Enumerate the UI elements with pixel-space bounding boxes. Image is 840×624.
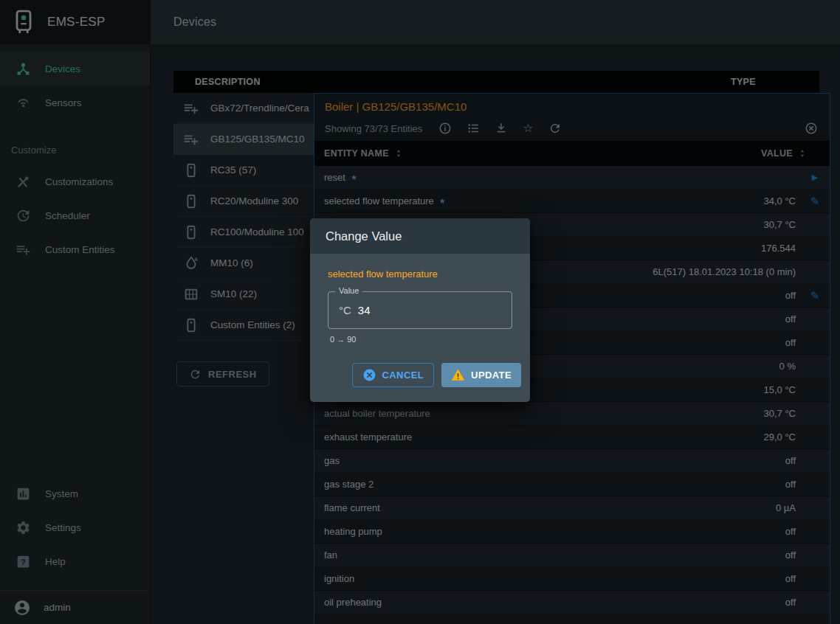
value-field: Value °C [328, 291, 512, 329]
cancel-label: CANCEL [382, 370, 424, 381]
dialog-actions: CANCEL UPDATE [328, 363, 521, 387]
cancel-circle-icon [362, 368, 376, 382]
unit-prefix: °C [339, 304, 351, 316]
value-field-label: Value [335, 286, 362, 295]
app-window: EMS-ESP Devices Devices Sensors Customiz… [0, 0, 840, 624]
change-value-dialog: Change Value selected flow temperature V… [310, 218, 530, 402]
dialog-title: Change Value [310, 218, 530, 254]
update-button[interactable]: UPDATE [441, 363, 521, 387]
dialog-entity-label: selected flow temperature [328, 268, 512, 280]
update-label: UPDATE [471, 370, 512, 381]
value-range-helper: 0 → 90 [330, 335, 512, 344]
cancel-button[interactable]: CANCEL [352, 363, 435, 387]
dialog-body: selected flow temperature Value °C 0 → 9… [310, 254, 530, 402]
value-input[interactable] [358, 304, 501, 316]
warning-icon [451, 368, 465, 382]
